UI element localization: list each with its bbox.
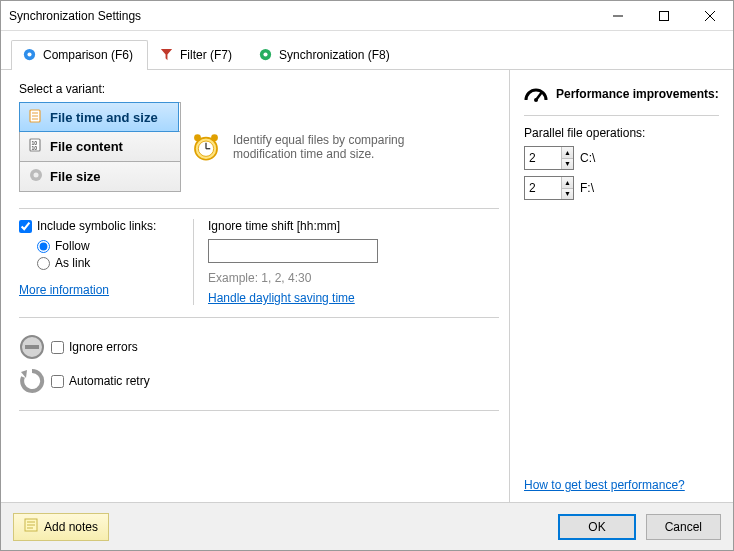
add-notes-label: Add notes [44,520,98,534]
retry-arrow-icon [19,368,45,394]
svg-rect-24 [25,345,39,349]
cancel-button[interactable]: Cancel [646,514,721,540]
more-information-link[interactable]: More information [19,283,109,297]
file-binary-icon: 1010 [28,137,44,156]
ignore-errors-label: Ignore errors [69,340,138,354]
select-variant-label: Select a variant: [19,82,499,96]
variant-size[interactable]: File size [20,161,180,191]
parallel-row: ▲ ▼ F:\ [524,176,719,200]
variant-label: File time and size [50,110,158,125]
alarm-clock-icon [189,130,223,164]
svg-point-26 [534,98,538,102]
parallel-spinner-c[interactable]: ▲ ▼ [524,146,574,170]
follow-label: Follow [55,239,90,253]
dst-link[interactable]: Handle daylight saving time [208,291,355,305]
spin-down-icon[interactable]: ▼ [562,158,573,170]
svg-point-16 [34,173,39,178]
variant-label: File content [50,139,123,154]
svg-text:10: 10 [32,145,38,151]
funnel-icon [159,47,174,62]
divider [19,410,499,411]
timeshift-label: Ignore time shift [hh:mm] [208,219,499,233]
ok-button[interactable]: OK [558,514,635,540]
tab-filter[interactable]: Filter (F7) [148,40,247,70]
titlebar: Synchronization Settings [1,1,733,31]
svg-rect-1 [660,11,669,20]
error-circle-icon [19,334,45,360]
svg-point-5 [27,52,31,56]
svg-point-22 [211,134,218,141]
minimize-button[interactable] [595,1,641,30]
spin-up-icon[interactable]: ▲ [562,147,573,158]
tab-label: Comparison (F6) [43,48,133,62]
performance-header: Performance improvements: [556,87,719,101]
svg-point-21 [194,134,201,141]
maximize-button[interactable] [641,1,687,30]
tab-bar: Comparison (F6) Filter (F7) Synchronizat… [1,31,733,70]
auto-retry-label: Automatic retry [69,374,150,388]
spin-up-icon[interactable]: ▲ [562,177,573,188]
tab-comparison[interactable]: Comparison (F6) [11,40,148,70]
file-time-icon [28,108,44,127]
timeshift-example: Example: 1, 2, 4:30 [208,271,499,285]
divider [19,317,499,318]
variant-content[interactable]: 1010 File content [20,131,180,161]
parallel-label: Parallel file operations: [524,126,719,140]
parallel-spinner-f[interactable]: ▲ ▼ [524,176,574,200]
variant-time-size[interactable]: File time and size [19,102,179,132]
include-symlinks-checkbox[interactable]: Include symbolic links: [19,219,179,233]
gauge-icon [524,82,548,105]
tab-label: Synchronization (F8) [279,48,390,62]
variant-description: Identify equal files by comparing modifi… [233,133,449,161]
variant-label: File size [50,169,101,184]
symlinks-follow-radio[interactable]: Follow [37,239,179,253]
parallel-path: C:\ [580,151,595,165]
divider [19,208,499,209]
note-icon [24,518,38,535]
close-button[interactable] [687,1,733,30]
file-size-icon [28,167,44,186]
ignore-errors-checkbox[interactable]: Ignore errors [51,340,138,354]
tab-label: Filter (F7) [180,48,232,62]
spin-down-icon[interactable]: ▼ [562,188,573,200]
parallel-path: F:\ [580,181,594,195]
auto-retry-checkbox[interactable]: Automatic retry [51,374,150,388]
svg-point-7 [263,52,267,56]
timeshift-input[interactable] [208,239,378,263]
best-performance-link[interactable]: How to get best performance? [524,478,685,492]
window-title: Synchronization Settings [9,9,595,23]
parallel-row: ▲ ▼ C:\ [524,146,719,170]
aslink-label: As link [55,256,90,270]
symlinks-aslink-radio[interactable]: As link [37,256,179,270]
gear-green-icon [258,47,273,62]
include-symlinks-label: Include symbolic links: [37,219,156,233]
tab-synchronization[interactable]: Synchronization (F8) [247,40,405,70]
gear-blue-icon [22,47,37,62]
add-notes-button[interactable]: Add notes [13,513,109,541]
